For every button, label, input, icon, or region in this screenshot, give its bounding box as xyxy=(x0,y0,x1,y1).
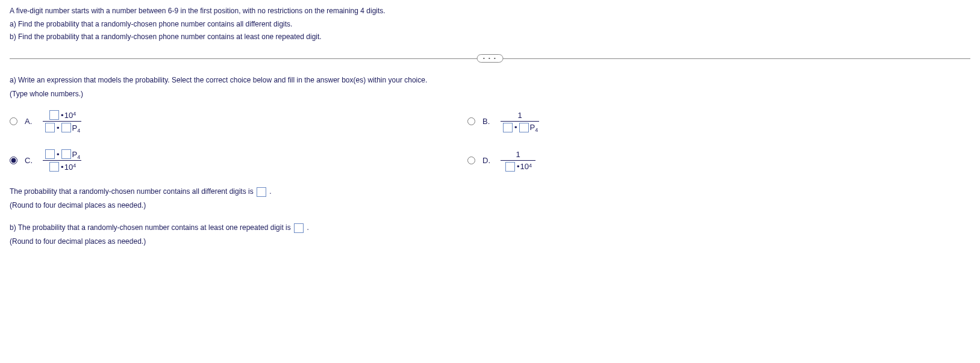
choice-d[interactable]: D. 1 • 104 xyxy=(467,148,925,173)
followup-a-text: The probability that a randomly-chosen n… xyxy=(10,187,255,196)
problem-header: A five-digit number starts with a number… xyxy=(10,5,970,44)
choice-a-den-input-1[interactable] xyxy=(45,123,55,132)
choice-c-fraction: • P4 • 104 xyxy=(43,148,81,173)
followup-b: b) The probability that a randomly-chose… xyxy=(10,221,970,249)
choice-c-radio[interactable] xyxy=(10,157,17,164)
choice-a-fraction: • 104 • P4 xyxy=(43,109,81,134)
instruction-hint: (Type whole numbers.) xyxy=(10,87,970,101)
followup-a: The probability that a randomly-chosen n… xyxy=(10,185,970,213)
instruction-block: a) Write an expression that models the p… xyxy=(10,73,970,101)
choice-c[interactable]: C. • P4 • 104 xyxy=(10,148,467,173)
choice-d-fraction: 1 • 104 xyxy=(501,149,535,173)
followup-b-hint: (Round to four decimal places as needed.… xyxy=(10,235,970,249)
choice-c-label: C. xyxy=(25,156,36,165)
choice-d-radio[interactable] xyxy=(467,157,475,164)
choice-d-den-input[interactable] xyxy=(505,162,515,172)
instruction-text: a) Write an expression that models the p… xyxy=(10,73,970,87)
followup-a-input[interactable] xyxy=(257,187,266,197)
expand-toggle[interactable]: • • • xyxy=(476,54,504,63)
choice-c-num-input-1[interactable] xyxy=(45,149,55,159)
choice-b-label: B. xyxy=(482,117,493,126)
choice-a[interactable]: A. • 104 • P4 xyxy=(10,109,467,134)
followup-b-text: b) The probability that a randomly-chose… xyxy=(10,223,293,232)
choice-b-radio[interactable] xyxy=(467,117,475,125)
choice-b-fraction: 1 • P4 xyxy=(501,110,539,134)
followup-b-input[interactable] xyxy=(294,223,304,233)
choice-d-label: D. xyxy=(482,156,493,165)
followup-a-hint: (Round to four decimal places as needed.… xyxy=(10,199,970,213)
choice-a-label: A. xyxy=(25,117,36,126)
choice-b[interactable]: B. 1 • P4 xyxy=(467,109,925,134)
problem-intro: A five-digit number starts with a number… xyxy=(10,5,970,18)
choice-b-den-input-2[interactable] xyxy=(519,123,529,132)
problem-part-a: a) Find the probability that a randomly-… xyxy=(10,18,970,31)
choice-a-den-input-2[interactable] xyxy=(61,123,71,132)
choice-b-den-input-1[interactable] xyxy=(503,123,513,132)
choice-a-num-input[interactable] xyxy=(49,110,59,120)
section-divider: • • • xyxy=(10,58,970,59)
choice-c-den-input[interactable] xyxy=(49,162,59,172)
choice-c-num-input-2[interactable] xyxy=(61,149,71,159)
choices-grid: A. • 104 • P4 B. 1 xyxy=(10,109,970,173)
choice-a-radio[interactable] xyxy=(10,117,17,125)
problem-part-b: b) Find the probability that a randomly-… xyxy=(10,31,970,44)
